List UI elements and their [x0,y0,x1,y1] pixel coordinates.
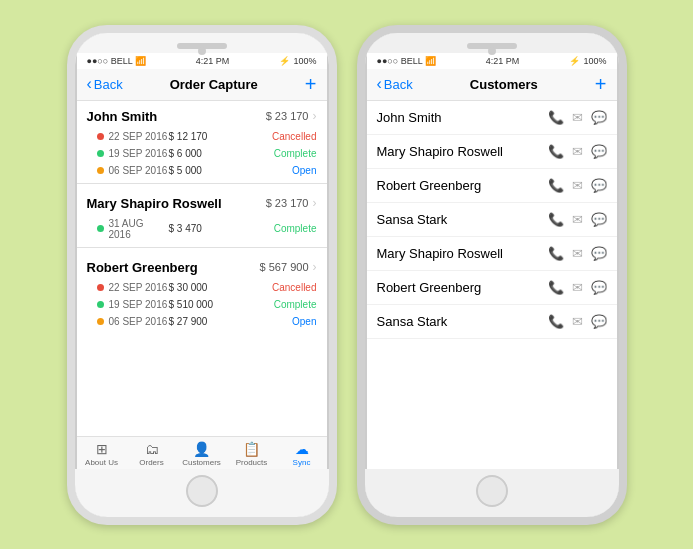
screen-right: ●●○○ BELL 📶 4:21 PM ⚡ 100% ‹ Back Custom… [367,53,617,469]
tab-bar-left: ⊞ About Us 🗂 Orders 👤 Customers 📋 Produc… [77,436,327,469]
home-button-right[interactable] [476,475,508,507]
time-left: 4:21 PM [196,56,230,66]
tab-customers[interactable]: 👤 Customers [177,441,227,467]
list-actions-4: 📞 ✉ 💬 [548,246,607,261]
customers-icon: 👤 [193,441,210,457]
add-button-left[interactable]: + [305,73,317,96]
order-row-0-2: 06 SEP 2016 $ 5 000 Open [77,162,327,179]
left-phone: ●●○○ BELL 📶 4:21 PM ⚡ 100% ‹ Back Order … [67,25,337,525]
customer-total-1: $ 23 170 › [266,196,317,210]
phone-icon-5[interactable]: 📞 [548,280,564,295]
tab-products-label: Products [236,458,268,467]
order-capture-content: John Smith $ 23 170 › 22 SEP 2016 $ 12 1… [77,101,327,436]
order-amount-2-1: $ 510 000 [169,299,274,310]
dot-0-2 [97,167,104,174]
customer-name-1: Mary Shapiro Roswell [87,196,222,211]
back-chevron-left: ‹ [87,75,92,93]
nav-bar-right: ‹ Back Customers + [367,69,617,101]
order-row-2-1: 19 SEP 2016 $ 510 000 Complete [77,296,327,313]
back-label-left: Back [94,77,123,92]
order-date-2-0: 22 SEP 2016 [109,282,169,293]
back-button-left[interactable]: ‹ Back [87,75,123,93]
list-item-3[interactable]: Sansa Stark 📞 ✉ 💬 [367,203,617,237]
list-item-1[interactable]: Mary Shapiro Roswell 📞 ✉ 💬 [367,135,617,169]
back-chevron-right: ‹ [377,75,382,93]
customer-header-1: Mary Shapiro Roswell $ 23 170 › [77,188,327,215]
divider-0 [77,183,327,184]
tab-about-us[interactable]: ⊞ About Us [77,441,127,467]
list-item-4[interactable]: Mary Shapiro Roswell 📞 ✉ 💬 [367,237,617,271]
phone-icon-4[interactable]: 📞 [548,246,564,261]
phone-top-left [75,33,329,53]
list-item-0[interactable]: John Smith 📞 ✉ 💬 [367,101,617,135]
tab-products[interactable]: 📋 Products [227,441,277,467]
customers-content: John Smith 📞 ✉ 💬 Mary Shapiro Roswell 📞 … [367,101,617,469]
customer-header-2: Robert Greenberg $ 567 900 › [77,252,327,279]
carrier-right: ●●○○ BELL [377,56,423,66]
order-status-2-2: Open [292,316,316,327]
order-amount-0-2: $ 5 000 [169,165,293,176]
order-status-0-2: Open [292,165,316,176]
customer-header-0: John Smith $ 23 170 › [77,101,327,128]
email-icon-3[interactable]: ✉ [572,212,583,227]
products-icon: 📋 [243,441,260,457]
nav-title-right: Customers [470,77,538,92]
list-actions-3: 📞 ✉ 💬 [548,212,607,227]
email-icon-1[interactable]: ✉ [572,144,583,159]
sync-icon: ☁ [295,441,309,457]
status-left-right: ●●○○ BELL 📶 [377,56,436,66]
order-row-2-0: 22 SEP 2016 $ 30 000 Cancelled [77,279,327,296]
phone-icon-6[interactable]: 📞 [548,314,564,329]
battery-right: 100% [583,56,606,66]
nav-title-left: Order Capture [170,77,258,92]
chevron-0: › [313,109,317,123]
back-button-right[interactable]: ‹ Back [377,75,413,93]
status-right-left: ⚡ 100% [279,56,316,66]
email-icon-0[interactable]: ✉ [572,110,583,125]
about-us-icon: ⊞ [96,441,108,457]
phone-icon-0[interactable]: 📞 [548,110,564,125]
list-item-6[interactable]: Sansa Stark 📞 ✉ 💬 [367,305,617,339]
camera-left [198,47,206,55]
battery-left: 100% [293,56,316,66]
tab-orders-label: Orders [139,458,163,467]
tab-sync[interactable]: ☁ Sync [277,441,327,467]
order-status-2-1: Complete [274,299,317,310]
list-name-3: Sansa Stark [377,212,448,227]
bt-icon-right: ⚡ [569,56,580,66]
chat-icon-2[interactable]: 💬 [591,178,607,193]
email-icon-6[interactable]: ✉ [572,314,583,329]
email-icon-2[interactable]: ✉ [572,178,583,193]
add-button-right[interactable]: + [595,73,607,96]
chat-icon-5[interactable]: 💬 [591,280,607,295]
order-row-1-0: 31 AUG 2016 $ 3 470 Complete [77,215,327,243]
phone-icon-2[interactable]: 📞 [548,178,564,193]
list-item-2[interactable]: Robert Greenberg 📞 ✉ 💬 [367,169,617,203]
list-actions-5: 📞 ✉ 💬 [548,280,607,295]
tab-orders[interactable]: 🗂 Orders [127,441,177,467]
email-icon-4[interactable]: ✉ [572,246,583,261]
camera-right [488,47,496,55]
time-right: 4:21 PM [486,56,520,66]
order-status-0-1: Complete [274,148,317,159]
carrier-left: ●●○○ BELL [87,56,133,66]
order-date-0-2: 06 SEP 2016 [109,165,169,176]
phone-icon-1[interactable]: 📞 [548,144,564,159]
list-item-5[interactable]: Robert Greenberg 📞 ✉ 💬 [367,271,617,305]
chat-icon-6[interactable]: 💬 [591,314,607,329]
dot-2-2 [97,318,104,325]
phone-top-right [365,33,619,53]
status-right-right: ⚡ 100% [569,56,606,66]
home-button-left[interactable] [186,475,218,507]
right-phone: ●●○○ BELL 📶 4:21 PM ⚡ 100% ‹ Back Custom… [357,25,627,525]
chat-icon-3[interactable]: 💬 [591,212,607,227]
chat-icon-0[interactable]: 💬 [591,110,607,125]
chat-icon-1[interactable]: 💬 [591,144,607,159]
phones-container: ●●○○ BELL 📶 4:21 PM ⚡ 100% ‹ Back Order … [67,25,627,525]
chat-icon-4[interactable]: 💬 [591,246,607,261]
phone-icon-3[interactable]: 📞 [548,212,564,227]
orders-icon: 🗂 [145,441,159,457]
order-status-0-0: Cancelled [272,131,316,142]
list-name-1: Mary Shapiro Roswell [377,144,503,159]
email-icon-5[interactable]: ✉ [572,280,583,295]
